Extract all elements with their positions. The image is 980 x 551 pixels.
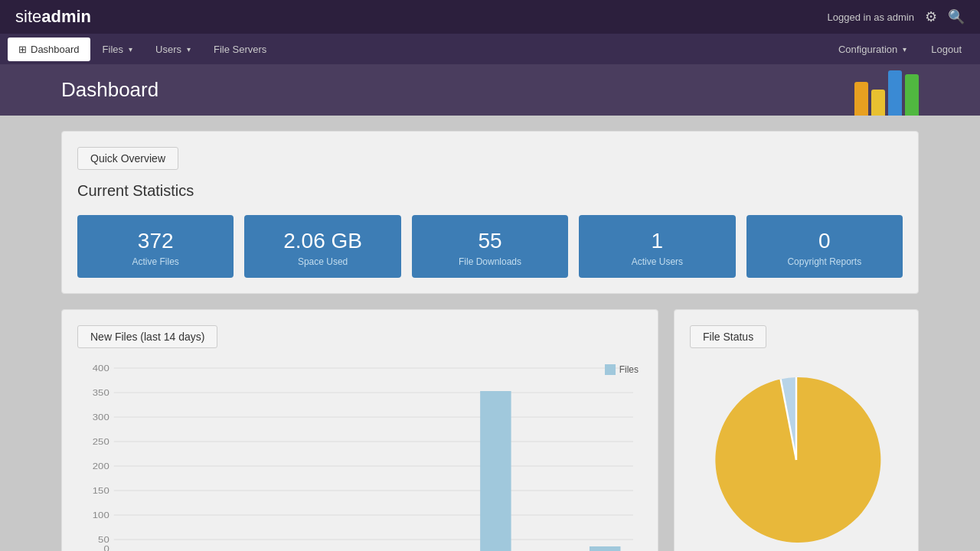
settings-icon[interactable]: ⚙ [925, 8, 937, 25]
legend-color-files [605, 364, 616, 375]
quick-overview-tab[interactable]: Quick Overview [77, 147, 178, 170]
nav-right: Configuration ▾ Logout [828, 37, 972, 61]
deco-bar-2 [871, 90, 885, 116]
site-logo: siteadmin [15, 7, 91, 27]
page-title: Dashboard [61, 78, 919, 102]
stat-card-active-users: 1 Active Users [579, 215, 735, 278]
nav-left: ⊞ Dashboard Files ▾ Users ▾ File Servers [8, 37, 277, 61]
stat-card-space-used: 2.06 GB Space Used [244, 215, 400, 278]
nav-bar: ⊞ Dashboard Files ▾ Users ▾ File Servers… [0, 34, 980, 64]
logged-in-text: Logged in as admin [828, 11, 914, 23]
stat-number-space-used: 2.06 GB [260, 229, 385, 253]
stat-number-copyright-reports: 0 [762, 229, 887, 253]
bar-chart-svg: 400 350 300 250 200 150 100 50 0 [77, 360, 642, 551]
stat-number-active-users: 1 [594, 229, 720, 253]
nav-logout-label: Logout [931, 44, 962, 55]
nav-dashboard-label: Dashboard [31, 44, 80, 55]
nav-fileservers-label: File Servers [214, 44, 266, 55]
legend-label-files: Files [619, 364, 639, 375]
stats-row: 372 Active Files 2.06 GB Space Used 55 F… [77, 215, 903, 278]
file-status-tab[interactable]: File Status [690, 325, 766, 348]
svg-text:400: 400 [93, 364, 109, 373]
nav-files-label: Files [103, 44, 123, 55]
top-bar: siteadmin Logged in as admin ⚙ 🔍 [0, 0, 980, 34]
logo-admin: admin [41, 7, 91, 26]
bar-chart-area: Files 400 350 300 250 [77, 360, 642, 551]
file-status-chart-panel: File Status [674, 309, 919, 551]
nav-dashboard[interactable]: ⊞ Dashboard [8, 37, 90, 61]
new-files-tab[interactable]: New Files (last 14 days) [77, 325, 217, 348]
nav-files[interactable]: Files ▾ [92, 37, 143, 61]
pie-chart-area: Active User Removed [690, 360, 903, 551]
quick-overview-panel: Quick Overview Current Statistics 372 Ac… [61, 131, 919, 294]
svg-text:0: 0 [103, 544, 109, 551]
stat-number-file-downloads: 55 [427, 229, 553, 253]
stat-number-active-files: 372 [93, 229, 218, 253]
header-decoration [854, 70, 919, 116]
nav-configuration-label: Configuration [838, 44, 897, 55]
svg-text:250: 250 [93, 437, 109, 447]
nav-users[interactable]: Users ▾ [145, 37, 201, 61]
dashboard-icon: ⊞ [18, 44, 27, 55]
svg-text:100: 100 [93, 510, 109, 520]
new-files-chart-panel: New Files (last 14 days) Files [61, 309, 658, 551]
svg-rect-27 [480, 391, 511, 551]
svg-text:300: 300 [93, 412, 109, 422]
stat-card-active-files: 372 Active Files [77, 215, 234, 278]
users-caret-icon: ▾ [187, 45, 191, 54]
chart-legend: Files [605, 364, 639, 375]
nav-logout[interactable]: Logout [920, 37, 972, 61]
deco-bar-3 [888, 70, 902, 116]
svg-rect-31 [590, 546, 620, 551]
stat-label-copyright-reports: Copyright Reports [762, 256, 887, 267]
search-icon[interactable]: 🔍 [948, 8, 965, 25]
current-stats-title: Current Statistics [77, 182, 903, 200]
main-content: Quick Overview Current Statistics 372 Ac… [0, 116, 980, 551]
deco-bar-4 [905, 74, 919, 116]
top-bar-right: Logged in as admin ⚙ 🔍 [828, 8, 965, 25]
nav-users-label: Users [155, 44, 181, 55]
nav-fileservers[interactable]: File Servers [203, 37, 277, 61]
files-caret-icon: ▾ [129, 45, 132, 54]
stat-label-file-downloads: File Downloads [427, 256, 553, 267]
config-caret-icon: ▾ [903, 45, 906, 54]
svg-text:350: 350 [93, 388, 109, 398]
deco-bar-1 [854, 82, 868, 116]
charts-row: New Files (last 14 days) Files [61, 309, 919, 551]
logo-site: site [15, 7, 41, 26]
stat-label-active-users: Active Users [594, 256, 720, 267]
stat-card-copyright-reports: 0 Copyright Reports [746, 215, 903, 278]
svg-text:150: 150 [93, 486, 109, 496]
stat-card-file-downloads: 55 File Downloads [412, 215, 568, 278]
dashboard-header: Dashboard [0, 64, 980, 116]
svg-text:50: 50 [98, 535, 109, 545]
stat-label-space-used: Space Used [260, 256, 385, 267]
stat-label-active-files: Active Files [93, 256, 218, 267]
pie-chart-svg [704, 368, 888, 551]
svg-text:200: 200 [93, 461, 109, 471]
nav-configuration[interactable]: Configuration ▾ [828, 37, 917, 61]
